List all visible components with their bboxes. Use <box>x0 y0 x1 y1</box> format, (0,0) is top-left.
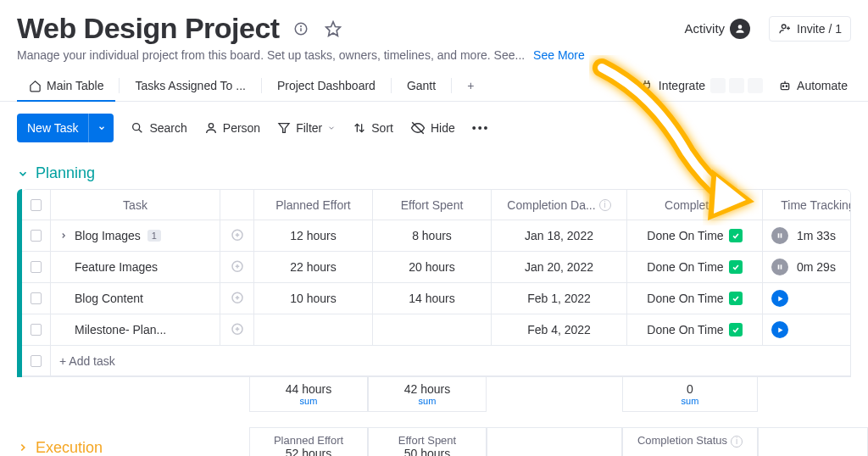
tab-main-table[interactable]: Main Table <box>17 70 115 101</box>
svg-marker-37 <box>778 327 782 332</box>
tab-label: Gantt <box>407 79 436 92</box>
integrate-label: Integrate <box>659 79 705 92</box>
new-task-dropdown[interactable] <box>88 114 114 142</box>
table-header: Task Planned Effort Effort Spent Complet… <box>22 190 850 220</box>
row-checkbox[interactable] <box>31 230 42 242</box>
task-name-cell[interactable]: Blog Images 1 <box>51 220 220 251</box>
search-button[interactable]: Search <box>131 121 186 135</box>
column-effort-spent[interactable]: Effort Spent <box>373 190 492 220</box>
planned-effort-cell[interactable] <box>254 314 373 345</box>
filter-icon <box>277 121 291 135</box>
table-row[interactable]: Milestone- Plan... Feb 4, 2022 Done On T… <box>22 314 850 346</box>
planned-effort-cell[interactable]: 12 hours <box>254 220 373 251</box>
task-name: Feature Images <box>75 260 158 274</box>
table-row[interactable]: Blog Images 1 12 hours 8 hours Jan 18, 2… <box>22 220 850 252</box>
time-tracking-pause-button[interactable] <box>771 227 788 244</box>
info-icon: i <box>599 199 611 211</box>
column-time-tracking[interactable]: Time Tracking <box>763 190 851 220</box>
svg-rect-24 <box>781 233 782 237</box>
automate-button[interactable]: Automate <box>778 79 848 92</box>
time-tracking-cell[interactable]: 0m 29s <box>763 252 851 282</box>
person-filter-button[interactable]: Person <box>204 121 260 135</box>
tab-tasks-assigned[interactable]: Tasks Assigned To ... <box>123 70 257 101</box>
search-label: Search <box>149 121 186 135</box>
row-checkbox[interactable] <box>31 292 42 304</box>
info-icon[interactable] <box>290 18 312 40</box>
tab-project-dashboard[interactable]: Project Dashboard <box>265 70 387 101</box>
time-tracking-play-button[interactable] <box>771 290 788 307</box>
svg-point-15 <box>209 124 213 128</box>
effort-spent-cell[interactable]: 8 hours <box>373 220 492 251</box>
row-checkbox[interactable] <box>31 261 42 273</box>
time-tracking-cell[interactable] <box>763 314 851 345</box>
activity-button[interactable]: Activity <box>685 19 751 39</box>
svg-marker-33 <box>778 296 782 301</box>
conversation-button[interactable] <box>220 252 254 282</box>
completion-status-cell[interactable]: Done On Time <box>627 314 763 345</box>
task-name: Milestone- Plan... <box>75 323 166 336</box>
svg-point-4 <box>738 25 743 29</box>
table-row[interactable]: Blog Content 10 hours 14 hours Feb 1, 20… <box>22 283 850 314</box>
completion-status-cell[interactable]: Done On Time <box>627 220 763 251</box>
chevron-right-icon <box>17 442 29 453</box>
sum-spent: 42 hourssum <box>368 377 487 412</box>
column-planned-effort[interactable]: Planned Effort <box>254 190 373 220</box>
column-completion[interactable]: Completion <box>627 190 763 220</box>
integration-app-icons <box>710 78 763 93</box>
sort-button[interactable]: Sort <box>353 121 393 135</box>
row-checkbox[interactable] <box>31 355 42 367</box>
completion-status-cell[interactable]: Done On Time <box>627 283 763 314</box>
task-name-cell[interactable]: Milestone- Plan... <box>51 314 220 345</box>
invite-button[interactable]: Invite / 1 <box>769 16 851 42</box>
home-icon <box>29 80 42 92</box>
conversation-button[interactable] <box>220 314 254 345</box>
hide-button[interactable]: Hide <box>410 120 455 136</box>
add-task-row[interactable]: + Add task <box>22 346 850 376</box>
task-name-cell[interactable]: Feature Images <box>51 252 220 282</box>
see-more-link[interactable]: See More <box>533 48 585 62</box>
completion-date-cell[interactable]: Feb 4, 2022 <box>492 314 627 345</box>
robot-icon <box>778 79 792 92</box>
tab-gantt[interactable]: Gantt <box>395 70 448 101</box>
effort-spent-cell[interactable]: 20 hours <box>373 252 492 282</box>
add-view-button[interactable]: + <box>455 70 486 101</box>
expand-subitems-icon[interactable] <box>59 231 68 240</box>
completion-date-cell[interactable]: Feb 1, 2022 <box>492 283 627 314</box>
time-tracking-pause-button[interactable] <box>771 259 788 275</box>
time-tracking-cell[interactable]: 1m 33s <box>763 220 851 251</box>
integrate-button[interactable]: Integrate <box>640 78 763 93</box>
exec-time-header <box>758 427 868 456</box>
conversation-button[interactable] <box>220 220 254 251</box>
task-name-cell[interactable]: Blog Content <box>51 283 220 314</box>
svg-rect-23 <box>778 233 780 237</box>
svg-rect-28 <box>778 264 780 269</box>
planned-effort-cell[interactable]: 22 hours <box>254 252 373 282</box>
time-tracking-cell[interactable] <box>763 283 851 314</box>
page-title: Web Design Project <box>17 12 280 45</box>
planned-effort-cell[interactable]: 10 hours <box>254 283 373 314</box>
favorite-star-icon[interactable] <box>322 18 344 40</box>
column-completion-date[interactable]: Completion Da...i <box>492 190 627 220</box>
table-row[interactable]: Feature Images 22 hours 20 hours Jan 20,… <box>22 252 850 283</box>
select-all-checkbox[interactable] <box>31 199 42 211</box>
svg-marker-3 <box>326 21 340 36</box>
completion-date-cell[interactable]: Jan 20, 2022 <box>492 252 627 282</box>
activity-label: Activity <box>685 21 726 36</box>
completion-date-cell[interactable]: Jan 18, 2022 <box>492 220 627 251</box>
filter-button[interactable]: Filter <box>277 121 336 135</box>
sum-completion: 0sum <box>622 377 758 412</box>
more-options-button[interactable]: ••• <box>472 121 490 135</box>
chat-plus-icon <box>230 228 245 243</box>
svg-rect-29 <box>781 264 782 269</box>
effort-spent-cell[interactable]: 14 hours <box>373 283 492 314</box>
row-checkbox[interactable] <box>31 324 42 336</box>
effort-spent-cell[interactable] <box>373 314 492 345</box>
column-task[interactable]: Task <box>51 190 220 220</box>
new-task-button[interactable]: New Task <box>17 114 114 142</box>
conversation-button[interactable] <box>220 283 254 314</box>
group-toggle-execution[interactable]: Execution <box>17 427 249 456</box>
completion-status-cell[interactable]: Done On Time <box>627 252 763 282</box>
time-tracking-play-button[interactable] <box>771 321 788 338</box>
group-toggle-planning[interactable]: Planning <box>17 156 851 189</box>
invite-label: Invite / 1 <box>797 22 842 36</box>
